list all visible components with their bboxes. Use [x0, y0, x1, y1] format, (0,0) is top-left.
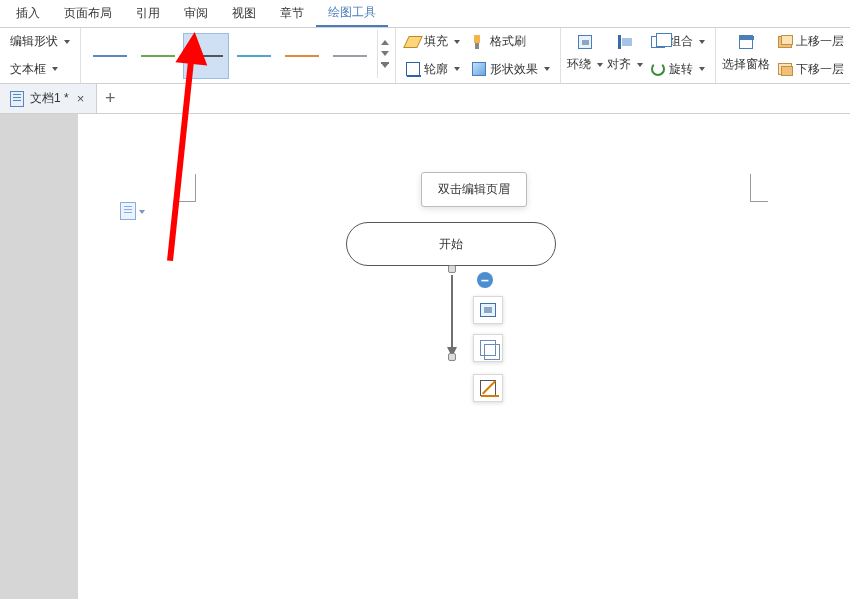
outline-label: 轮廓: [424, 61, 448, 78]
fill-icon: [403, 36, 423, 48]
chevron-down-icon: [454, 40, 460, 44]
ribbon: 编辑形状 文本框 填充: [0, 28, 850, 84]
minus-badge[interactable]: –: [477, 272, 493, 288]
tab-view[interactable]: 视图: [220, 0, 268, 27]
line-style-3[interactable]: [183, 33, 229, 79]
start-shape-label: 开始: [439, 236, 463, 253]
gallery-expand-icon: [381, 62, 389, 68]
rotate-icon: [651, 62, 665, 76]
edit-shape-label: 编辑形状: [10, 33, 58, 50]
page-margin-marker-left: [178, 174, 196, 202]
tab-section[interactable]: 章节: [268, 0, 316, 27]
wrap-button[interactable]: 环绕: [565, 53, 605, 77]
effect-icon: [472, 62, 486, 76]
group-icon: [651, 36, 665, 48]
text-box-label: 文本框: [10, 61, 46, 78]
selection-pane-button[interactable]: 选择窗格: [720, 53, 772, 77]
group-pane-order: 选择窗格 上移一层 下移一层: [716, 28, 850, 83]
group-line-styles: [81, 28, 396, 83]
align-label: 对齐: [607, 56, 631, 73]
wrap-icon: [578, 35, 592, 49]
header-edit-tooltip[interactable]: 双击编辑页眉: [421, 172, 527, 207]
header-tooltip-label: 双击编辑页眉: [438, 182, 510, 196]
chevron-down-icon: [139, 210, 145, 214]
float-button-style[interactable]: [473, 374, 503, 402]
align-button[interactable]: 对齐: [605, 53, 645, 77]
chevron-down-icon: [637, 63, 643, 67]
tab-references[interactable]: 引用: [124, 0, 172, 27]
close-icon[interactable]: ×: [75, 91, 87, 106]
rotate-label: 旋转: [669, 61, 693, 78]
mask-icon: [480, 340, 496, 356]
line-style-1[interactable]: [87, 33, 133, 79]
shape-effect-button[interactable]: 形状效果: [466, 58, 556, 82]
tab-page-layout[interactable]: 页面布局: [52, 0, 124, 27]
chevron-down-icon: [454, 67, 460, 71]
wrap-label: 环绕: [567, 56, 591, 73]
gallery-scroll[interactable]: [377, 30, 391, 78]
chevron-down-icon: [544, 67, 550, 71]
fill-label: 填充: [424, 33, 448, 50]
scroll-up-icon: [381, 40, 389, 45]
line-style-4[interactable]: [231, 33, 277, 79]
float-button-mask[interactable]: [473, 334, 503, 362]
send-backward-icon: [778, 63, 792, 75]
document-tab[interactable]: 文档1 * ×: [0, 84, 97, 113]
page-setup-icon[interactable]: [120, 202, 136, 220]
selection-pane-icon: [739, 35, 753, 49]
float-button-wrap[interactable]: [473, 296, 503, 324]
selection-handle-bottom[interactable]: [448, 265, 456, 273]
bring-forward-icon: [778, 36, 792, 48]
selection-pane-label: 选择窗格: [722, 56, 770, 73]
group-fill-outline: 填充 轮廓 格式刷 形状效果: [396, 28, 561, 83]
chevron-down-icon: [64, 40, 70, 44]
bring-forward-button[interactable]: 上移一层: [772, 30, 850, 54]
edit-shape-button[interactable]: 编辑形状: [4, 30, 76, 54]
connector-shaft: [451, 275, 453, 347]
group-edit-text: 编辑形状 文本框: [0, 28, 81, 83]
group-arrange: 环绕 对齐 组合 旋转: [561, 28, 716, 83]
line-style-6[interactable]: [327, 33, 373, 79]
page-margin-marker-right: [750, 174, 768, 202]
outline-icon: [406, 62, 420, 76]
format-painter-button[interactable]: 格式刷: [466, 30, 556, 54]
rotate-button[interactable]: 旋转: [645, 58, 711, 82]
group-button[interactable]: 组合: [645, 30, 711, 54]
bring-forward-label: 上移一层: [796, 33, 844, 50]
line-style-2[interactable]: [135, 33, 181, 79]
page-gutter: [0, 114, 78, 599]
line-style-icon: [480, 380, 496, 396]
wrap-icon: [480, 303, 496, 317]
send-backward-label: 下移一层: [796, 61, 844, 78]
scroll-down-icon: [381, 51, 389, 56]
format-painter-label: 格式刷: [490, 33, 526, 50]
line-style-5[interactable]: [279, 33, 325, 79]
flowchart-start-shape[interactable]: 开始: [346, 222, 556, 266]
connector-endpoint-handle[interactable]: [448, 353, 456, 361]
chevron-down-icon: [699, 40, 705, 44]
shape-effect-label: 形状效果: [490, 61, 538, 78]
main-tabs: 插入 页面布局 引用 审阅 视图 章节 绘图工具: [0, 0, 850, 28]
document-icon: [10, 91, 24, 107]
fill-button[interactable]: 填充: [400, 30, 466, 54]
brush-icon: [472, 35, 486, 49]
tab-review[interactable]: 审阅: [172, 0, 220, 27]
chevron-down-icon: [597, 63, 603, 67]
group-label: 组合: [669, 33, 693, 50]
new-tab-button[interactable]: +: [97, 88, 123, 109]
document-tab-label: 文档1 *: [30, 90, 69, 107]
chevron-down-icon: [52, 67, 58, 71]
chevron-down-icon: [699, 67, 705, 71]
outline-button[interactable]: 轮廓: [400, 58, 466, 82]
text-box-button[interactable]: 文本框: [4, 58, 76, 82]
send-backward-button[interactable]: 下移一层: [772, 58, 850, 82]
align-icon: [618, 35, 632, 49]
document-tab-bar: 文档1 * × +: [0, 84, 850, 114]
tab-drawing-tools[interactable]: 绘图工具: [316, 0, 388, 27]
line-style-gallery: [85, 30, 375, 81]
tab-insert[interactable]: 插入: [4, 0, 52, 27]
